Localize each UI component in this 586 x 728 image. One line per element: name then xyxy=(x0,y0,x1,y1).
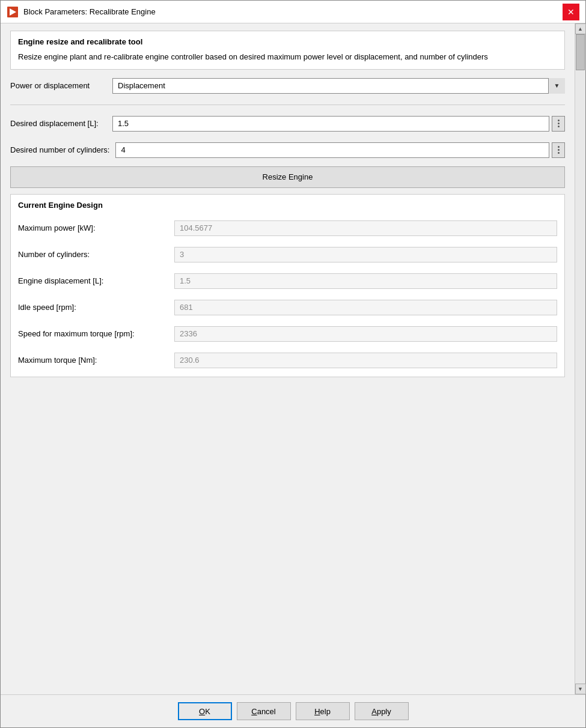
spacer xyxy=(10,383,565,688)
desired-cylinders-menu-button[interactable] xyxy=(552,142,565,158)
engine-displacement-label: Engine displacement [L]: xyxy=(18,276,168,285)
cancel-button[interactable]: Cancel xyxy=(237,702,291,720)
button-bar: OK Cancel Help Apply xyxy=(1,694,585,727)
ok-label: OK xyxy=(199,707,210,716)
app-icon xyxy=(7,6,19,18)
dot-5 xyxy=(558,149,560,151)
power-displacement-label: Power or displacement xyxy=(10,81,106,90)
title-bar: Block Parameters: Recalibrate Engine ✕ xyxy=(1,1,585,23)
dot-4 xyxy=(558,146,560,148)
description-box: Engine resize and recalibrate tool Resiz… xyxy=(10,31,565,70)
engine-displacement-row: Engine displacement [L]: xyxy=(18,271,557,291)
apply-button[interactable]: Apply xyxy=(355,702,409,720)
scroll-down-arrow[interactable]: ▼ xyxy=(575,684,586,694)
dot-2 xyxy=(558,123,560,124)
power-displacement-select[interactable]: Power Displacement xyxy=(112,78,565,94)
idle-speed-value xyxy=(174,300,557,315)
ok-button[interactable]: OK xyxy=(178,702,232,720)
max-torque-value xyxy=(174,353,557,368)
title-bar-left: Block Parameters: Recalibrate Engine xyxy=(7,6,156,18)
cancel-label: Cancel xyxy=(251,707,275,716)
power-displacement-row: Power or displacement Power Displacement… xyxy=(10,76,565,96)
num-cylinders-row: Number of cylinders: xyxy=(18,244,557,265)
desired-cylinders-label: Desired number of cylinders: xyxy=(10,145,109,154)
power-displacement-dropdown-wrapper: Power Displacement ▼ xyxy=(112,78,565,94)
desired-displacement-label: Desired displacement [L]: xyxy=(10,119,106,128)
num-cylinders-label: Number of cylinders: xyxy=(18,250,168,259)
desired-displacement-input[interactable] xyxy=(112,116,549,132)
dot-6 xyxy=(558,152,560,154)
dialog-content: Engine resize and recalibrate tool Resiz… xyxy=(1,23,585,694)
desired-displacement-menu-button[interactable] xyxy=(552,116,565,132)
scroll-up-arrow[interactable]: ▲ xyxy=(575,23,586,34)
max-torque-label: Maximum torque [Nm]: xyxy=(18,356,168,365)
description-title: Engine resize and recalibrate tool xyxy=(18,37,557,46)
resize-engine-button[interactable]: Resize Engine xyxy=(10,166,565,188)
max-power-label: Maximum power [kW]: xyxy=(18,223,168,232)
help-button[interactable]: Help xyxy=(296,702,350,720)
speed-max-torque-row: Speed for maximum torque [rpm]: xyxy=(18,324,557,344)
window-title: Block Parameters: Recalibrate Engine xyxy=(23,7,156,16)
max-torque-row: Maximum torque [Nm]: xyxy=(18,350,557,371)
help-label: Help xyxy=(314,707,331,716)
dialog-block-parameters: Block Parameters: Recalibrate Engine ✕ E… xyxy=(0,0,586,728)
dot-3 xyxy=(558,126,560,127)
current-engine-section: Current Engine Design Maximum power [kW]… xyxy=(10,194,565,377)
dot-1 xyxy=(558,120,560,121)
desired-cylinders-row: Desired number of cylinders: xyxy=(10,140,565,160)
description-text: Resize engine plant and re-calibrate eng… xyxy=(18,51,557,63)
desired-cylinders-input-wrapper xyxy=(115,142,565,158)
speed-max-torque-value xyxy=(174,326,557,342)
apply-label: Apply xyxy=(371,707,391,716)
engine-displacement-value xyxy=(174,273,557,289)
main-panel: Engine resize and recalibrate tool Resiz… xyxy=(1,23,575,694)
idle-speed-label: Idle speed [rpm]: xyxy=(18,303,168,312)
current-engine-title: Current Engine Design xyxy=(18,201,557,210)
scroll-thumb[interactable] xyxy=(576,34,585,70)
close-button[interactable]: ✕ xyxy=(563,4,579,20)
desired-displacement-input-wrapper xyxy=(112,116,565,132)
max-power-row: Maximum power [kW]: xyxy=(18,218,557,238)
desired-cylinders-input[interactable] xyxy=(115,142,549,158)
scroll-track[interactable] xyxy=(575,34,585,684)
scrollbar: ▲ ▼ xyxy=(575,23,585,694)
num-cylinders-value xyxy=(174,247,557,262)
speed-max-torque-label: Speed for maximum torque [rpm]: xyxy=(18,329,168,338)
max-power-value xyxy=(174,220,557,236)
idle-speed-row: Idle speed [rpm]: xyxy=(18,297,557,318)
desired-displacement-row: Desired displacement [L]: xyxy=(10,114,565,134)
separator-1 xyxy=(10,105,565,105)
